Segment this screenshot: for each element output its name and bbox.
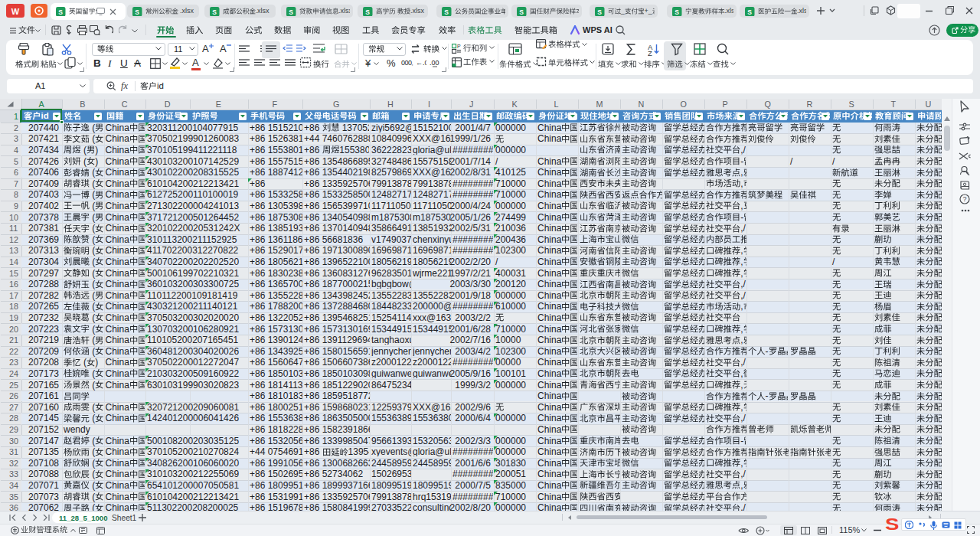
svg-text:?: ?	[962, 195, 966, 203]
svg-text:S: S	[444, 8, 449, 15]
svg-text:P: P	[457, 44, 461, 49]
svg-text:S: S	[675, 8, 679, 15]
svg-text:W: W	[11, 7, 20, 16]
svg-text:S: S	[519, 8, 524, 15]
svg-text:S: S	[365, 8, 370, 15]
svg-text:S: S	[597, 8, 602, 15]
svg-text:S: S	[289, 8, 293, 15]
svg-text:S: S	[135, 8, 139, 15]
svg-text:S: S	[747, 8, 752, 15]
svg-text:S: S	[58, 8, 63, 15]
svg-text:.00: .00	[430, 59, 439, 67]
svg-text:Z: Z	[648, 48, 652, 56]
svg-text:S: S	[212, 8, 217, 15]
svg-text:←.0: ←.0	[416, 59, 426, 67]
